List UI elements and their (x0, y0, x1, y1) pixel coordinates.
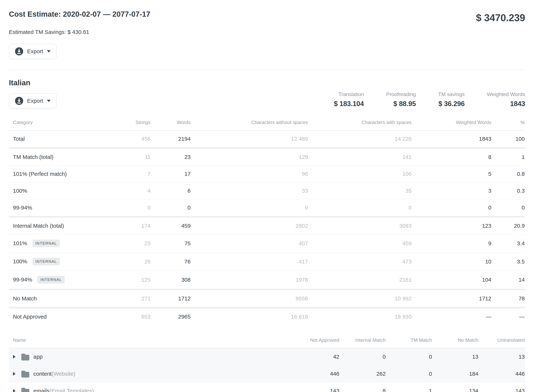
cost-estimate-page: Cost Estimate: 2020-02-07 — 2077-07-17 $… (0, 0, 534, 392)
stat-label: Translation (334, 91, 364, 97)
col-header-name: Name (9, 334, 293, 348)
percent-cell: 0.8 (492, 166, 525, 182)
download-circle-icon (15, 47, 23, 56)
weighted-words-cell: 8 (412, 148, 492, 166)
chars-without-spaces-cell: 96 (191, 166, 308, 182)
words-cell: 308 (151, 271, 191, 290)
folder-icon (21, 370, 29, 378)
words-cell: 75 (151, 234, 191, 252)
col-header-words: Words (151, 116, 191, 130)
cost-table-row: TM Match (total) 11 23 129 141 8 1 (9, 148, 525, 166)
category-cell: Total (9, 130, 102, 148)
stat-label: TM savings (438, 91, 465, 97)
strings-cell: 653 (102, 308, 151, 325)
cost-table-row: Total 456 2194 12 489 14 226 1843 100 (9, 130, 525, 148)
category-cell: Internal Match (total) (9, 217, 102, 234)
words-cell: 23 (151, 148, 191, 166)
chevron-right-icon[interactable] (13, 389, 16, 392)
export-button-label: Export (27, 98, 43, 104)
category-cell: 101% (Perfect match) (9, 166, 102, 182)
percent-cell: 3.4 (492, 234, 525, 252)
chars-with-spaces-cell: 459 (308, 234, 412, 252)
file-row[interactable]: JSON emails(Email Templates) 143 8 1 134… (9, 382, 525, 392)
weighted-words-cell: 10 (412, 252, 492, 271)
cost-table-row: 99-94% 0 0 0 0 0 0 (9, 199, 525, 217)
percent-cell: 100 (492, 130, 525, 148)
chars-without-spaces-cell: 2802 (191, 217, 308, 234)
weighted-words-cell: 9 (412, 234, 492, 252)
strings-cell: 7 (102, 166, 151, 182)
category-cell: 99-94%INTERNAL (9, 271, 102, 290)
cost-summary-stats: Translation $ 183.104 Proofreading $ 88.… (334, 91, 525, 108)
strings-cell: 456 (102, 130, 151, 148)
chars-with-spaces-cell: 3093 (308, 217, 412, 234)
weighted-words-cell: 0 (412, 199, 492, 217)
strings-cell: 26 (102, 252, 151, 271)
file-name: emails (33, 388, 50, 392)
percent-cell: 20.9 (492, 217, 525, 234)
not-approved-cell: 42 (293, 348, 340, 365)
category-cell: 100% (9, 182, 102, 199)
chars-with-spaces-cell: 141 (308, 148, 412, 166)
files-table-header-row: Name Not Approved Internal Match TM Matc… (9, 334, 525, 348)
col-header-chars-without-spaces: Characters without spaces (191, 116, 308, 130)
language-export-button[interactable]: Export (9, 93, 56, 108)
weighted-words-cell: 1712 (412, 289, 492, 308)
not-approved-cell: 143 (293, 382, 340, 392)
words-cell: 0 (151, 199, 191, 217)
stat-value: $ 183.104 (334, 100, 364, 108)
no-match-cell: 134 (432, 382, 479, 392)
category-cell: No Match (9, 289, 102, 308)
chars-without-spaces-cell: 1978 (191, 271, 308, 290)
folder-icon (21, 353, 29, 360)
language-toolbar: Export Translation $ 183.104 Proofreadin… (9, 91, 525, 108)
words-cell: 2194 (151, 130, 191, 148)
category-cell: 99-94% (9, 199, 102, 217)
chars-with-spaces-cell: 0 (308, 199, 412, 217)
col-header-strings: Strings (102, 116, 151, 130)
percent-cell: — (492, 308, 525, 325)
percent-cell: 78 (492, 289, 525, 308)
untranslated-cell: 446 (479, 365, 525, 382)
file-row[interactable]: JSON content(Website) 446 262 0 184 446 (9, 365, 525, 382)
col-header-weighted-words: Weighted Words (412, 116, 492, 130)
stat-weighted-words: Weighted Words 1843 (487, 91, 525, 108)
file-name-cell: JSON emails(Email Templates) (9, 382, 293, 392)
language-title: Italian (9, 79, 525, 87)
chars-without-spaces-cell: 9558 (191, 289, 308, 308)
words-cell: 459 (151, 217, 191, 234)
stat-value: $ 36.296 (438, 100, 465, 108)
category-cell: TM Match (total) (9, 148, 102, 166)
export-button[interactable]: Export (9, 44, 56, 59)
file-name: app (33, 354, 43, 360)
stat-value: 1843 (487, 100, 525, 108)
cost-table-row: 101% (Perfect match) 7 17 96 106 5 0.8 (9, 166, 525, 182)
cost-table-header-row: Category Strings Words Characters withou… (9, 116, 525, 130)
chevron-right-icon[interactable] (13, 372, 16, 376)
file-row[interactable]: JSON app 42 0 0 13 13 (9, 348, 525, 365)
percent-cell: 0.3 (492, 182, 525, 199)
file-name-cell: JSON app (9, 348, 293, 365)
chars-without-spaces-cell: 417 (191, 252, 308, 271)
cost-table-row: 99-94%INTERNAL 125 308 1978 2161 104 14 (9, 271, 525, 290)
chars-without-spaces-cell: 33 (191, 182, 308, 199)
estimated-tm-savings: Estimated TM Savings: $ 430.61 (9, 29, 525, 35)
page-title: Cost Estimate: 2020-02-07 — 2077-07-17 (9, 10, 150, 18)
cost-table-row: No Match 271 1712 9558 10 992 1712 78 (9, 289, 525, 308)
cost-table-row: 101%INTERNAL 23 75 407 459 9 3.4 (9, 234, 525, 252)
col-header-not-approved: Not Approved (293, 334, 340, 348)
not-approved-cell: 446 (293, 365, 340, 382)
tm-match-cell: 0 (386, 348, 432, 365)
chars-with-spaces-cell: 35 (308, 182, 412, 199)
chevron-right-icon[interactable] (13, 355, 16, 359)
col-header-chars-with-spaces: Characters with spaces (308, 116, 412, 130)
words-cell: 17 (151, 166, 191, 182)
chars-without-spaces-cell: 129 (191, 148, 308, 166)
strings-cell: 125 (102, 271, 151, 290)
words-cell: 76 (151, 252, 191, 271)
chars-without-spaces-cell: 12 489 (191, 130, 308, 148)
section-divider (9, 70, 525, 70)
percent-cell: 1 (492, 148, 525, 166)
no-match-cell: 184 (432, 365, 479, 382)
col-header-untranslated: Untranslated (479, 334, 525, 348)
